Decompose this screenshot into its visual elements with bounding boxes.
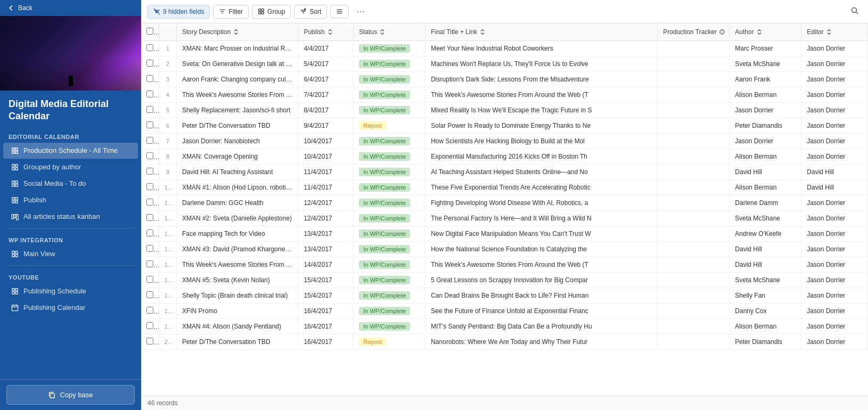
row-finaltitle[interactable]: MIT's Sandy Pentland: Big Data Can Be a … — [425, 319, 658, 334]
row-checkbox-cell[interactable] — [141, 180, 159, 195]
row-checkbox[interactable] — [146, 44, 153, 51]
row-finaltitle[interactable]: Nanorobots: Where We Are Today and Why T… — [425, 334, 658, 350]
copy-base-button[interactable]: Copy base — [6, 385, 135, 405]
row-checkbox[interactable] — [146, 307, 153, 314]
row-checkbox-cell[interactable] — [141, 334, 159, 350]
row-checkbox-cell[interactable] — [141, 41, 159, 56]
row-checkbox[interactable] — [146, 60, 153, 67]
row-checkbox-cell[interactable] — [141, 257, 159, 273]
row-checkbox[interactable] — [146, 260, 153, 267]
row-checkbox[interactable] — [146, 245, 153, 252]
row-checkbox-cell[interactable] — [141, 242, 159, 257]
header-finaltitle[interactable]: Final Title + Link — [425, 23, 658, 41]
row-finaltitle[interactable]: See the Future of Finance Unfold at Expo… — [425, 304, 658, 319]
row-checkbox[interactable] — [146, 137, 153, 144]
row-finaltitle[interactable]: This Week's Awesome Stories From Around … — [425, 87, 658, 103]
row-finaltitle[interactable]: AI Teaching Assistant Helped Students On… — [425, 165, 658, 180]
row-story[interactable]: XMAN #3: David (Pramod Khargonekar) — [176, 242, 298, 257]
row-checkbox-cell[interactable] — [141, 211, 159, 226]
select-all-checkbox[interactable] — [146, 28, 153, 35]
row-checkbox-cell[interactable] — [141, 165, 159, 180]
back-button[interactable]: Back — [0, 0, 141, 16]
row-finaltitle[interactable]: 5 Great Lessons on Scrappy Innovation fo… — [425, 273, 658, 288]
row-finaltitle[interactable]: How Scientists Are Hacking Biology to Bu… — [425, 134, 658, 149]
row-story[interactable]: Darlene Damm: GGC Health — [176, 195, 298, 211]
row-checkbox[interactable] — [146, 121, 153, 128]
row-checkbox-cell[interactable] — [141, 87, 159, 103]
row-story[interactable]: XMAN #4: Alison (Sandy Pentland) — [176, 319, 298, 334]
row-story[interactable]: This Week's Awesome Stories From Ar... — [176, 257, 298, 273]
row-story[interactable]: Aaron Frank: Changing company culture — [176, 72, 298, 87]
header-status[interactable]: Status — [354, 23, 425, 41]
row-checkbox-cell[interactable] — [141, 103, 159, 118]
row-story[interactable]: This Week's Awesome Stories From Ar... — [176, 87, 298, 103]
row-story[interactable]: XFIN Promo — [176, 304, 298, 319]
row-finaltitle[interactable]: Disruption's Dark Side: Lessons From the… — [425, 72, 658, 87]
row-finaltitle[interactable]: This Week's Awesome Stories From Around … — [425, 257, 658, 273]
row-finaltitle[interactable]: New Digital Face Manipulation Means You … — [425, 226, 658, 242]
sidebar-item-publishing-calendar[interactable]: Publishing Calendar — [3, 300, 138, 316]
group-button[interactable]: Group — [252, 5, 291, 19]
row-checkbox-cell[interactable] — [141, 288, 159, 304]
hidden-fields-button[interactable]: 9 hidden fields — [148, 5, 210, 19]
row-checkbox[interactable] — [146, 338, 153, 345]
row-checkbox[interactable] — [146, 276, 153, 283]
row-story[interactable]: XMAN #2: Sveta (Danielle Applestone) — [176, 211, 298, 226]
search-button[interactable] — [848, 4, 862, 19]
row-story[interactable]: XMAN: Marc Prosser on Industrial Rob... — [176, 41, 298, 56]
row-checkbox-cell[interactable] — [141, 149, 159, 165]
rows-button[interactable] — [330, 5, 349, 18]
row-finaltitle[interactable]: Exponential Manufacturing 2016 Kicks Off… — [425, 149, 658, 165]
row-story[interactable]: Peter D/The Conversation TBD — [176, 118, 298, 134]
row-story[interactable]: XMAN: Coverage Opening — [176, 149, 298, 165]
row-story[interactable]: Peter D/The Conversation TBD — [176, 334, 298, 350]
sidebar-item-publish[interactable]: Publish — [3, 192, 138, 208]
row-checkbox[interactable] — [146, 152, 153, 159]
header-author[interactable]: Author — [730, 23, 801, 41]
row-finaltitle[interactable]: Solar Power Is Ready to Dominate Energy … — [425, 118, 658, 134]
header-tracker[interactable]: Production Tracker — [658, 23, 730, 41]
row-finaltitle[interactable]: These Five Exponential Trends Are Accele… — [425, 180, 658, 195]
row-story[interactable]: Shelly Replacement: Jason/sci-fi short — [176, 103, 298, 118]
row-story[interactable]: XMAN #1: Alison (Hod Lipson, robotics) — [176, 180, 298, 195]
row-checkbox[interactable] — [146, 199, 153, 206]
row-finaltitle[interactable]: How the National Science Foundation Is C… — [425, 242, 658, 257]
row-checkbox-cell[interactable] — [141, 72, 159, 87]
row-checkbox-cell[interactable] — [141, 304, 159, 319]
row-finaltitle[interactable]: Fighting Developing World Disease With A… — [425, 195, 658, 211]
filter-button[interactable]: Filter — [213, 5, 249, 19]
row-finaltitle[interactable]: Mixed Reality Is How We'll Escape the Tr… — [425, 103, 658, 118]
row-finaltitle[interactable]: Meet Your New Industrial Robot Coworkers — [425, 41, 658, 56]
row-checkbox-cell[interactable] — [141, 56, 159, 72]
sidebar-item-all-articles[interactable]: All articles status kanban — [3, 209, 138, 225]
row-checkbox[interactable] — [146, 291, 153, 298]
row-story[interactable]: Jason Dorrier: Nanobiotech — [176, 134, 298, 149]
row-finaltitle[interactable]: Machines Won't Replace Us, They'll Force… — [425, 56, 658, 72]
row-checkbox[interactable] — [146, 322, 153, 329]
row-checkbox-cell[interactable] — [141, 134, 159, 149]
header-checkbox[interactable] — [141, 23, 159, 41]
row-story[interactable]: XMAN #5: Sveta (Kevin Nolan) — [176, 273, 298, 288]
row-finaltitle[interactable]: Can Dead Brains Be Brought Back to Life?… — [425, 288, 658, 304]
sidebar-item-social-media[interactable]: Social Media - To do — [3, 176, 138, 192]
row-story[interactable]: Shelly Topic (Brain death clinical trial… — [176, 288, 298, 304]
row-checkbox-cell[interactable] — [141, 273, 159, 288]
sidebar-item-production-schedule[interactable]: Production Schedule - All Time — [3, 143, 138, 159]
row-checkbox[interactable] — [146, 91, 153, 97]
header-story[interactable]: Story Description — [176, 23, 298, 41]
row-checkbox[interactable] — [146, 183, 153, 190]
row-story[interactable]: Face mapping Tech for Video — [176, 226, 298, 242]
more-options-button[interactable]: ··· — [352, 4, 369, 19]
row-checkbox-cell[interactable] — [141, 319, 159, 334]
header-publish[interactable]: Publish — [298, 23, 354, 41]
sidebar-item-publishing-schedule[interactable]: Publishing Schedule — [3, 283, 138, 299]
row-checkbox[interactable] — [146, 214, 153, 221]
row-checkbox[interactable] — [146, 229, 153, 236]
row-finaltitle[interactable]: The Personal Factory Is Here—and It Will… — [425, 211, 658, 226]
header-editor[interactable]: Editor — [801, 23, 868, 41]
row-checkbox-cell[interactable] — [141, 195, 159, 211]
row-checkbox[interactable] — [146, 106, 153, 113]
row-checkbox-cell[interactable] — [141, 118, 159, 134]
sidebar-item-grouped-by-author[interactable]: Grouped by author — [3, 159, 138, 175]
sort-button[interactable]: Sort — [294, 5, 327, 19]
